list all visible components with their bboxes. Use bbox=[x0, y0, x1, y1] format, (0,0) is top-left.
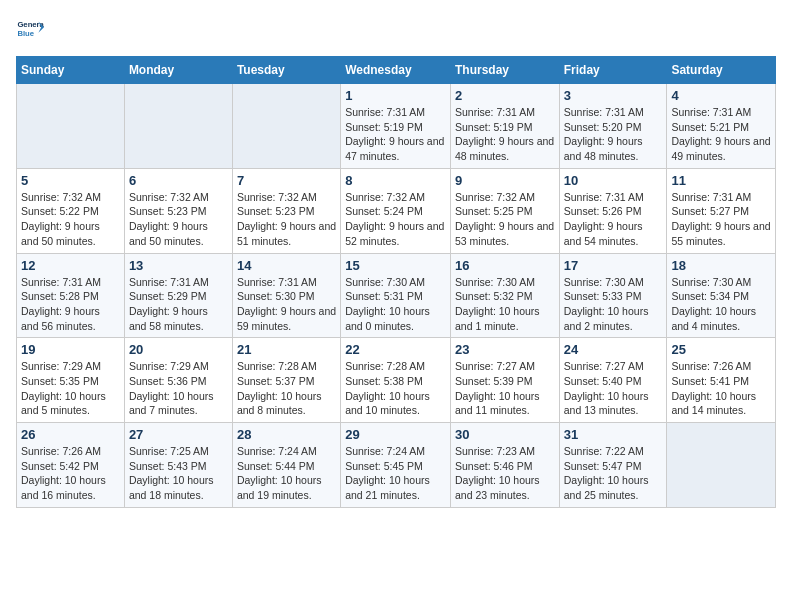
header-thursday: Thursday bbox=[450, 57, 559, 84]
header-monday: Monday bbox=[124, 57, 232, 84]
calendar-cell: 29Sunrise: 7:24 AM Sunset: 5:45 PM Dayli… bbox=[341, 423, 451, 508]
day-number: 8 bbox=[345, 173, 446, 188]
day-number: 3 bbox=[564, 88, 663, 103]
day-info: Sunrise: 7:28 AM Sunset: 5:37 PM Dayligh… bbox=[237, 359, 336, 418]
calendar-cell: 23Sunrise: 7:27 AM Sunset: 5:39 PM Dayli… bbox=[450, 338, 559, 423]
day-info: Sunrise: 7:24 AM Sunset: 5:44 PM Dayligh… bbox=[237, 444, 336, 503]
calendar-cell: 27Sunrise: 7:25 AM Sunset: 5:43 PM Dayli… bbox=[124, 423, 232, 508]
day-info: Sunrise: 7:32 AM Sunset: 5:23 PM Dayligh… bbox=[237, 190, 336, 249]
day-number: 12 bbox=[21, 258, 120, 273]
day-number: 26 bbox=[21, 427, 120, 442]
calendar-cell: 16Sunrise: 7:30 AM Sunset: 5:32 PM Dayli… bbox=[450, 253, 559, 338]
day-number: 2 bbox=[455, 88, 555, 103]
calendar-week-4: 19Sunrise: 7:29 AM Sunset: 5:35 PM Dayli… bbox=[17, 338, 776, 423]
day-info: Sunrise: 7:32 AM Sunset: 5:25 PM Dayligh… bbox=[455, 190, 555, 249]
day-info: Sunrise: 7:26 AM Sunset: 5:41 PM Dayligh… bbox=[671, 359, 771, 418]
calendar-table: SundayMondayTuesdayWednesdayThursdayFrid… bbox=[16, 56, 776, 508]
calendar-cell: 2Sunrise: 7:31 AM Sunset: 5:19 PM Daylig… bbox=[450, 84, 559, 169]
calendar-cell: 8Sunrise: 7:32 AM Sunset: 5:24 PM Daylig… bbox=[341, 168, 451, 253]
logo: General Blue bbox=[16, 16, 48, 44]
calendar-cell: 24Sunrise: 7:27 AM Sunset: 5:40 PM Dayli… bbox=[559, 338, 667, 423]
header-tuesday: Tuesday bbox=[232, 57, 340, 84]
day-number: 17 bbox=[564, 258, 663, 273]
day-info: Sunrise: 7:31 AM Sunset: 5:26 PM Dayligh… bbox=[564, 190, 663, 249]
day-info: Sunrise: 7:31 AM Sunset: 5:19 PM Dayligh… bbox=[455, 105, 555, 164]
day-number: 29 bbox=[345, 427, 446, 442]
calendar-header: SundayMondayTuesdayWednesdayThursdayFrid… bbox=[17, 57, 776, 84]
calendar-cell bbox=[17, 84, 125, 169]
calendar-body: 1Sunrise: 7:31 AM Sunset: 5:19 PM Daylig… bbox=[17, 84, 776, 508]
calendar-cell: 10Sunrise: 7:31 AM Sunset: 5:26 PM Dayli… bbox=[559, 168, 667, 253]
calendar-cell: 21Sunrise: 7:28 AM Sunset: 5:37 PM Dayli… bbox=[232, 338, 340, 423]
day-info: Sunrise: 7:32 AM Sunset: 5:22 PM Dayligh… bbox=[21, 190, 120, 249]
day-info: Sunrise: 7:32 AM Sunset: 5:23 PM Dayligh… bbox=[129, 190, 228, 249]
calendar-cell: 13Sunrise: 7:31 AM Sunset: 5:29 PM Dayli… bbox=[124, 253, 232, 338]
day-number: 16 bbox=[455, 258, 555, 273]
calendar-cell: 25Sunrise: 7:26 AM Sunset: 5:41 PM Dayli… bbox=[667, 338, 776, 423]
day-number: 30 bbox=[455, 427, 555, 442]
day-number: 28 bbox=[237, 427, 336, 442]
day-number: 10 bbox=[564, 173, 663, 188]
calendar-cell: 14Sunrise: 7:31 AM Sunset: 5:30 PM Dayli… bbox=[232, 253, 340, 338]
day-number: 4 bbox=[671, 88, 771, 103]
day-number: 20 bbox=[129, 342, 228, 357]
calendar-cell: 4Sunrise: 7:31 AM Sunset: 5:21 PM Daylig… bbox=[667, 84, 776, 169]
calendar-week-2: 5Sunrise: 7:32 AM Sunset: 5:22 PM Daylig… bbox=[17, 168, 776, 253]
day-info: Sunrise: 7:30 AM Sunset: 5:33 PM Dayligh… bbox=[564, 275, 663, 334]
day-number: 24 bbox=[564, 342, 663, 357]
day-info: Sunrise: 7:26 AM Sunset: 5:42 PM Dayligh… bbox=[21, 444, 120, 503]
day-info: Sunrise: 7:28 AM Sunset: 5:38 PM Dayligh… bbox=[345, 359, 446, 418]
day-number: 5 bbox=[21, 173, 120, 188]
day-info: Sunrise: 7:27 AM Sunset: 5:40 PM Dayligh… bbox=[564, 359, 663, 418]
header-sunday: Sunday bbox=[17, 57, 125, 84]
day-number: 15 bbox=[345, 258, 446, 273]
day-info: Sunrise: 7:29 AM Sunset: 5:35 PM Dayligh… bbox=[21, 359, 120, 418]
day-info: Sunrise: 7:23 AM Sunset: 5:46 PM Dayligh… bbox=[455, 444, 555, 503]
calendar-cell: 6Sunrise: 7:32 AM Sunset: 5:23 PM Daylig… bbox=[124, 168, 232, 253]
day-number: 25 bbox=[671, 342, 771, 357]
day-info: Sunrise: 7:30 AM Sunset: 5:32 PM Dayligh… bbox=[455, 275, 555, 334]
calendar-cell bbox=[232, 84, 340, 169]
day-info: Sunrise: 7:27 AM Sunset: 5:39 PM Dayligh… bbox=[455, 359, 555, 418]
day-number: 19 bbox=[21, 342, 120, 357]
day-number: 22 bbox=[345, 342, 446, 357]
calendar-cell: 19Sunrise: 7:29 AM Sunset: 5:35 PM Dayli… bbox=[17, 338, 125, 423]
calendar-cell: 31Sunrise: 7:22 AM Sunset: 5:47 PM Dayli… bbox=[559, 423, 667, 508]
calendar-week-5: 26Sunrise: 7:26 AM Sunset: 5:42 PM Dayli… bbox=[17, 423, 776, 508]
day-number: 9 bbox=[455, 173, 555, 188]
day-number: 6 bbox=[129, 173, 228, 188]
calendar-week-1: 1Sunrise: 7:31 AM Sunset: 5:19 PM Daylig… bbox=[17, 84, 776, 169]
day-number: 14 bbox=[237, 258, 336, 273]
calendar-cell: 9Sunrise: 7:32 AM Sunset: 5:25 PM Daylig… bbox=[450, 168, 559, 253]
calendar-cell: 30Sunrise: 7:23 AM Sunset: 5:46 PM Dayli… bbox=[450, 423, 559, 508]
svg-text:Blue: Blue bbox=[17, 29, 34, 38]
calendar-cell: 5Sunrise: 7:32 AM Sunset: 5:22 PM Daylig… bbox=[17, 168, 125, 253]
logo-icon: General Blue bbox=[16, 16, 44, 44]
calendar-cell: 3Sunrise: 7:31 AM Sunset: 5:20 PM Daylig… bbox=[559, 84, 667, 169]
calendar-cell: 22Sunrise: 7:28 AM Sunset: 5:38 PM Dayli… bbox=[341, 338, 451, 423]
day-info: Sunrise: 7:32 AM Sunset: 5:24 PM Dayligh… bbox=[345, 190, 446, 249]
day-info: Sunrise: 7:22 AM Sunset: 5:47 PM Dayligh… bbox=[564, 444, 663, 503]
day-info: Sunrise: 7:31 AM Sunset: 5:27 PM Dayligh… bbox=[671, 190, 771, 249]
day-number: 11 bbox=[671, 173, 771, 188]
day-info: Sunrise: 7:30 AM Sunset: 5:34 PM Dayligh… bbox=[671, 275, 771, 334]
day-number: 31 bbox=[564, 427, 663, 442]
day-info: Sunrise: 7:24 AM Sunset: 5:45 PM Dayligh… bbox=[345, 444, 446, 503]
day-info: Sunrise: 7:31 AM Sunset: 5:20 PM Dayligh… bbox=[564, 105, 663, 164]
calendar-cell: 28Sunrise: 7:24 AM Sunset: 5:44 PM Dayli… bbox=[232, 423, 340, 508]
day-info: Sunrise: 7:31 AM Sunset: 5:19 PM Dayligh… bbox=[345, 105, 446, 164]
day-number: 7 bbox=[237, 173, 336, 188]
day-info: Sunrise: 7:25 AM Sunset: 5:43 PM Dayligh… bbox=[129, 444, 228, 503]
day-info: Sunrise: 7:31 AM Sunset: 5:21 PM Dayligh… bbox=[671, 105, 771, 164]
day-number: 13 bbox=[129, 258, 228, 273]
day-info: Sunrise: 7:31 AM Sunset: 5:29 PM Dayligh… bbox=[129, 275, 228, 334]
calendar-cell: 12Sunrise: 7:31 AM Sunset: 5:28 PM Dayli… bbox=[17, 253, 125, 338]
calendar-cell: 18Sunrise: 7:30 AM Sunset: 5:34 PM Dayli… bbox=[667, 253, 776, 338]
calendar-cell: 17Sunrise: 7:30 AM Sunset: 5:33 PM Dayli… bbox=[559, 253, 667, 338]
day-info: Sunrise: 7:30 AM Sunset: 5:31 PM Dayligh… bbox=[345, 275, 446, 334]
header-saturday: Saturday bbox=[667, 57, 776, 84]
day-number: 23 bbox=[455, 342, 555, 357]
day-info: Sunrise: 7:31 AM Sunset: 5:30 PM Dayligh… bbox=[237, 275, 336, 334]
day-number: 27 bbox=[129, 427, 228, 442]
day-info: Sunrise: 7:29 AM Sunset: 5:36 PM Dayligh… bbox=[129, 359, 228, 418]
